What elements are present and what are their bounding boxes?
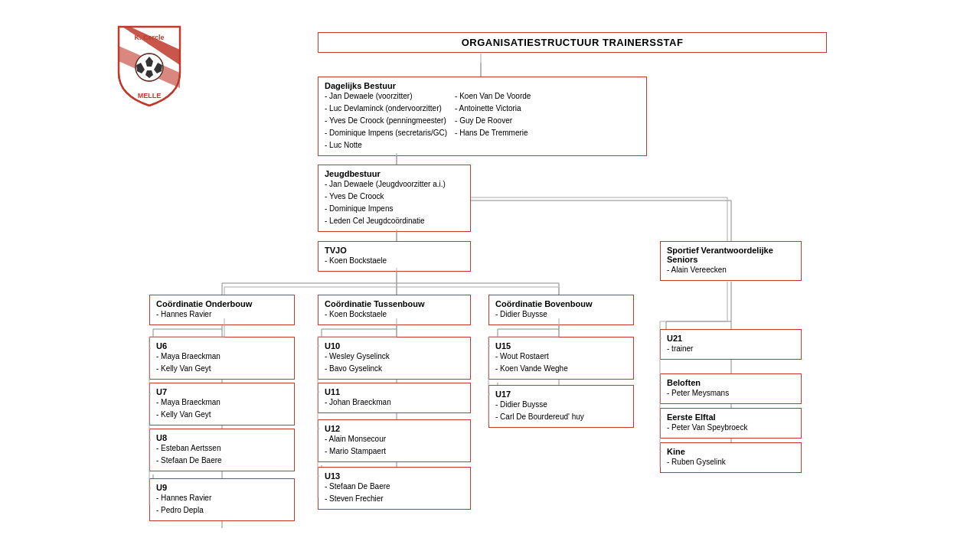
- u10-members: - Wesley Gyselinck- Bavo Gyselinck: [325, 350, 464, 375]
- u6-title: U6: [156, 341, 288, 350]
- svg-text:MELLE: MELLE: [138, 92, 162, 99]
- eerste-elftal-members: - Peter Van Speybroeck: [667, 422, 795, 434]
- beloften-box: Beloften - Peter Meysmans: [660, 373, 802, 404]
- coord-tussenbouw-members: - Koen Bockstaele: [325, 308, 464, 321]
- u7-box: U7 - Maya Braeckman- Kelly Van Geyt: [149, 383, 295, 425]
- u15-title: U15: [495, 341, 627, 350]
- u7-title: U7: [156, 387, 288, 396]
- u13-title: U13: [325, 471, 464, 481]
- u21-title: U21: [667, 334, 795, 343]
- u6-members: - Maya Braeckman- Kelly Van Geyt: [156, 350, 288, 375]
- main-title-text: ORGANISATIESTRUCTUUR TRAINERSSTAF: [462, 37, 684, 48]
- u8-box: U8 - Esteban Aertssen- Stefaan De Baere: [149, 429, 295, 471]
- page: K. Cercle MELLE ORGANISATIESTRUCTUUR TRA…: [0, 0, 980, 551]
- u15-members: - Wout Rostaert- Koen Vande Weghe: [495, 350, 627, 375]
- tvjo-box: TVJO - Koen Bockstaele: [318, 241, 471, 272]
- coord-onderbouw-box: Coördinatie Onderbouw - Hannes Ravier: [149, 295, 295, 325]
- dagelijks-bestuur-title: Dagelijks Bestuur: [325, 81, 640, 90]
- coord-tussenbouw-box: Coördinatie Tussenbouw - Koen Bockstaele: [318, 295, 471, 325]
- u6-box: U6 - Maya Braeckman- Kelly Van Geyt: [149, 337, 295, 380]
- u9-box: U9 - Hannes Ravier- Pedro Depla: [149, 478, 295, 521]
- coord-tussenbouw-title: Coördinatie Tussenbouw: [325, 299, 464, 308]
- main-title-box: ORGANISATIESTRUCTUUR TRAINERSSTAF: [318, 32, 827, 53]
- jeugdbestuur-members: - Jan Dewaele (Jeugdvoorzitter a.i.) - Y…: [325, 178, 464, 227]
- u8-title: U8: [156, 433, 288, 442]
- beloften-members: - Peter Meysmans: [667, 387, 795, 399]
- eerste-elftal-box: Eerste Elftal - Peter Van Speybroeck: [660, 408, 802, 439]
- coord-bovenbouw-box: Coördinatie Bovenbouw - Didier Buysse: [488, 295, 634, 325]
- u13-box: U13 - Stefaan De Baere- Steven Frechier: [318, 467, 471, 510]
- dagelijks-bestuur-left: - Jan Dewaele (voorzitter) - Luc Devlami…: [325, 90, 447, 152]
- kine-box: Kine - Ruben Gyselink: [660, 442, 802, 473]
- u7-members: - Maya Braeckman- Kelly Van Geyt: [156, 396, 288, 421]
- jeugdbestuur-box: Jeugdbestuur - Jan Dewaele (Jeugdvoorzit…: [318, 165, 471, 232]
- tvjo-title: TVJO: [325, 246, 464, 255]
- sportief-title: Sportief VerantwoordelijkeSeniors: [667, 246, 795, 264]
- u17-members: - Didier Buysse- Carl De Bourdereud' huy: [495, 399, 627, 423]
- u9-members: - Hannes Ravier- Pedro Depla: [156, 492, 288, 517]
- eerste-elftal-title: Eerste Elftal: [667, 412, 795, 422]
- u8-members: - Esteban Aertssen- Stefaan De Baere: [156, 442, 288, 467]
- coord-bovenbouw-members: - Didier Buysse: [495, 308, 627, 321]
- dagelijks-bestuur-right: - Koen Van De Voorde - Antoinette Victor…: [455, 90, 531, 152]
- kine-title: Kine: [667, 447, 795, 456]
- u11-members: - Johan Braeckman: [325, 396, 464, 409]
- u12-members: - Alain Monsecour- Mario Stampaert: [325, 433, 464, 458]
- club-logo: K. Cercle MELLE: [107, 23, 191, 109]
- coord-onderbouw-members: - Hannes Ravier: [156, 308, 288, 321]
- coord-bovenbouw-title: Coördinatie Bovenbouw: [495, 299, 627, 308]
- u12-title: U12: [325, 424, 464, 433]
- coord-onderbouw-title: Coördinatie Onderbouw: [156, 299, 288, 308]
- beloften-title: Beloften: [667, 378, 795, 387]
- u21-box: U21 - trainer: [660, 329, 802, 360]
- logo-svg: K. Cercle MELLE: [115, 23, 184, 107]
- u12-box: U12 - Alain Monsecour- Mario Stampaert: [318, 419, 471, 462]
- kine-members: - Ruben Gyselink: [667, 456, 795, 468]
- svg-text:K. Cercle: K. Cercle: [134, 34, 164, 41]
- u13-members: - Stefaan De Baere- Steven Frechier: [325, 481, 464, 505]
- u17-box: U17 - Didier Buysse- Carl De Bourdereud'…: [488, 385, 634, 428]
- jeugdbestuur-title: Jeugdbestuur: [325, 169, 464, 178]
- u17-title: U17: [495, 390, 627, 399]
- tvjo-members: - Koen Bockstaele: [325, 255, 464, 267]
- u10-box: U10 - Wesley Gyselinck- Bavo Gyselinck: [318, 337, 471, 380]
- u21-members: - trainer: [667, 343, 795, 355]
- sportief-verantwoordelijke-box: Sportief VerantwoordelijkeSeniors - Alai…: [660, 241, 802, 281]
- dagelijks-bestuur-box: Dagelijks Bestuur - Jan Dewaele (voorzit…: [318, 77, 647, 156]
- u15-box: U15 - Wout Rostaert- Koen Vande Weghe: [488, 337, 634, 380]
- u10-title: U10: [325, 341, 464, 350]
- sportief-members: - Alain Vereecken: [667, 264, 795, 276]
- u11-box: U11 - Johan Braeckman: [318, 383, 471, 413]
- u9-title: U9: [156, 483, 288, 492]
- u11-title: U11: [325, 387, 464, 396]
